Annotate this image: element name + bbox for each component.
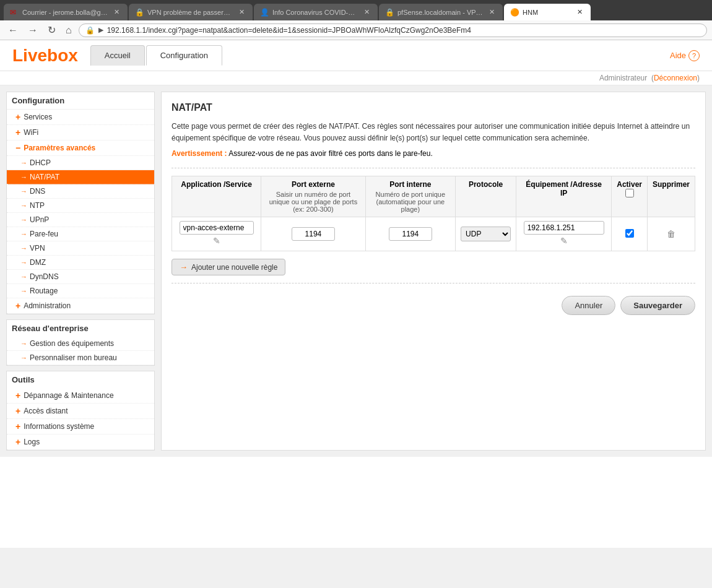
add-rule-button[interactable]: → Ajouter une nouvelle règle (171, 259, 285, 275)
sidebar-item-routage[interactable]: →Routage (7, 284, 154, 298)
address-bar: 🔒 ▶ (79, 24, 707, 37)
plus-icon: + (15, 391, 20, 400)
browser-tab-tab2[interactable]: 🔒 VPN problème de passerelle | N... ✕ (129, 4, 253, 20)
plus-icon: + (15, 422, 20, 431)
address-input[interactable] (107, 26, 700, 35)
plus-icon: + (15, 437, 20, 447)
tab-favicon: ✉ (10, 8, 19, 17)
main-content: NAT/PAT Cette page vous permet de créer … (161, 92, 706, 451)
browser-tab-tab3[interactable]: 👤 Info Coronavirus COVID-19 | G... ✕ (254, 4, 378, 20)
sidebar-item-personnaliser-mon-bureau[interactable]: →Personnaliser mon bureau (7, 351, 154, 365)
th-equipement: Équipement /Adresse IP (516, 176, 612, 217)
activer-all-checkbox[interactable] (625, 189, 634, 197)
tab-favicon: 🔒 (135, 8, 144, 17)
tab-label: pfSense.localdomain - VPN: O... (397, 9, 484, 16)
sidebar-item-nat-pat[interactable]: →NAT/PAT (7, 170, 154, 184)
ip-input[interactable] (524, 221, 604, 235)
application-input[interactable] (180, 221, 254, 235)
cell-activer (612, 217, 648, 251)
activer-checkbox[interactable] (625, 229, 634, 238)
edit-application-button[interactable]: ✎ (211, 235, 223, 247)
sidebar-item-dns[interactable]: →DNS (7, 184, 154, 199)
sidebar-item-upnp[interactable]: →UPnP (7, 213, 154, 227)
tab-close-icon[interactable]: ✕ (362, 7, 371, 17)
sidebar-outils: Outils +Dépannage & Maintenance+Accès di… (6, 371, 155, 451)
sidebar-item-acc-s-distant[interactable]: +Accès distant (7, 404, 154, 419)
cancel-button[interactable]: Annuler (562, 296, 615, 315)
tab-label: VPN problème de passerelle | N... (147, 9, 233, 16)
edit-ip-button[interactable]: ✎ (558, 235, 570, 247)
page-title: NAT/PAT (171, 102, 695, 113)
back-button[interactable]: ← (5, 24, 21, 37)
th-port-externe: Port externe Saisir un numéro de port un… (261, 176, 365, 217)
nav-bar: ← → ↻ ⌂ 🔒 ▶ (0, 20, 712, 40)
th-supprimer: Supprimer (647, 176, 695, 217)
app-container: Livebox Accueil Configuration Aide ? Adm… (0, 40, 712, 548)
arrow-icon: → (20, 354, 27, 361)
save-button[interactable]: Sauvegarder (620, 296, 695, 315)
app-header: Livebox Accueil Configuration Aide ? (0, 40, 712, 71)
sidebar-item-services[interactable]: + Services (7, 110, 154, 125)
tab-close-icon[interactable]: ✕ (237, 7, 246, 17)
sidebar-item-dhcp[interactable]: →DHCP (7, 156, 154, 170)
tab-label: Info Coronavirus COVID-19 | G... (272, 9, 358, 16)
browser-tab-tab5[interactable]: 🟠 HNM ✕ (504, 4, 591, 20)
plus-wifi-icon: + (15, 128, 20, 137)
arrow-icon: → (20, 173, 27, 181)
sidebar-item-vpn[interactable]: →VPN (7, 241, 154, 256)
cell-application: ✎ (172, 217, 261, 251)
th-protocole: Protocole (456, 176, 516, 217)
sidebar-item-administration[interactable]: + Administration (7, 298, 154, 314)
tab-favicon: 🟠 (510, 8, 519, 17)
warning-label: Avertissement : (171, 149, 227, 158)
plus-admin-icon: + (15, 301, 20, 311)
tab-configuration[interactable]: Configuration (146, 45, 222, 66)
outils-title: Outils (7, 371, 154, 388)
sidebar-item-informations-syst-me[interactable]: +Informations système (7, 419, 154, 435)
sidebar-item-d-pannage---maintenance[interactable]: +Dépannage & Maintenance (7, 388, 154, 404)
sidebar-item-wifi[interactable]: + WiFi (7, 125, 154, 141)
sidebar-item-logs[interactable]: +Logs (7, 435, 154, 450)
warning-text: Avertissement : Assurez-vous de ne pas a… (171, 149, 695, 158)
arrow-icon: → (20, 159, 27, 166)
arrow-icon: → (20, 230, 27, 238)
header-nav: Accueil Configuration (90, 45, 224, 66)
add-rule-label: Ajouter une nouvelle règle (191, 263, 277, 272)
wifi-label: WiFi (24, 128, 38, 137)
delete-button[interactable]: 🗑 (664, 228, 678, 240)
port-interne-input[interactable] (389, 227, 432, 241)
browser-chrome: ✉ Courrier - jerome.bolla@gonfa... ✕ 🔒 V… (0, 0, 712, 40)
tab-close-icon[interactable]: ✕ (487, 7, 497, 17)
sidebar-item-ntp[interactable]: →NTP (7, 199, 154, 213)
tab-close-icon[interactable]: ✕ (575, 7, 584, 17)
sidebar-item-parametres[interactable]: − Paramètres avancés (7, 141, 154, 156)
sidebar-item-dmz[interactable]: →DMZ (7, 256, 154, 270)
port-externe-input[interactable] (292, 227, 335, 241)
tab-accueil[interactable]: Accueil (90, 45, 145, 66)
sidebar-reseau: Réseau d'entreprise →Gestion des équipem… (6, 319, 155, 366)
th-port-interne: Port interne Numéro de port unique (auto… (365, 176, 455, 217)
browser-tab-tab4[interactable]: 🔒 pfSense.localdomain - VPN: O... ✕ (379, 4, 503, 20)
cell-protocole: TCPUDPTCP/UDP (456, 217, 516, 251)
sidebar-item-dyndns[interactable]: →DynDNS (7, 270, 154, 284)
tab-bar: ✉ Courrier - jerome.bolla@gonfa... ✕ 🔒 V… (0, 0, 712, 20)
action-buttons: Annuler Sauvegarder (171, 296, 695, 315)
sidebar-item-gestion-des--quipements[interactable]: →Gestion des équipements (7, 337, 154, 351)
livebox-logo: Livebox (12, 46, 78, 66)
sidebar-item-pare-feu[interactable]: →Pare-feu (7, 227, 154, 241)
protocole-select[interactable]: TCPUDPTCP/UDP (461, 227, 511, 241)
reload-button[interactable]: ↻ (45, 23, 59, 37)
reseau-title: Réseau d'entreprise (7, 320, 154, 337)
tab-close-icon[interactable]: ✕ (112, 7, 121, 17)
forward-button[interactable]: → (25, 24, 41, 37)
arrow-icon: → (20, 216, 27, 223)
aide-button[interactable]: Aide ? (670, 50, 700, 61)
home-button[interactable]: ⌂ (63, 24, 75, 37)
minus-parametres-icon: − (15, 143, 20, 153)
parametres-label: Paramètres avancés (24, 144, 95, 152)
security-icon: 🔒 (85, 26, 95, 35)
deconnexion-link[interactable]: Déconnexion (654, 74, 697, 82)
services-label: Services (24, 113, 52, 121)
browser-tab-tab1[interactable]: ✉ Courrier - jerome.bolla@gonfa... ✕ (4, 4, 128, 20)
arrow-icon: → (20, 273, 27, 280)
